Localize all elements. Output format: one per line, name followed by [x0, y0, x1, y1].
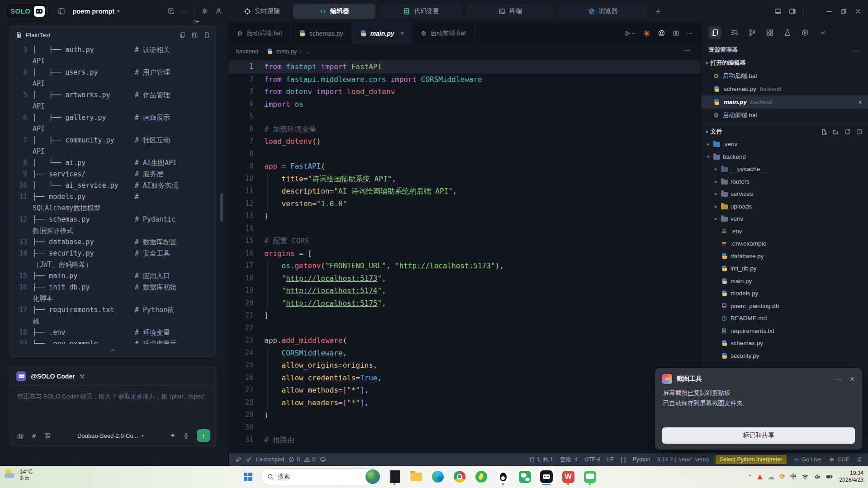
explorer-files-icon[interactable]: [708, 26, 721, 39]
code-line[interactable]: 28 allow_headers=["*"],: [229, 397, 701, 409]
code-line[interactable]: 19 "http://localhost:5174",: [229, 284, 701, 297]
code-line[interactable]: 26 allow_credentials=True,: [229, 372, 701, 384]
open-editor-item[interactable]: main.pybackend×: [701, 95, 868, 109]
code-line[interactable]: 10 title="诗词绘画辅助系统 API",: [229, 173, 701, 185]
restore-icon[interactable]: [840, 8, 847, 15]
scrollbar-thumb[interactable]: [220, 193, 223, 221]
code-line[interactable]: 6# 加载环境变量: [229, 123, 701, 136]
search-icon[interactable]: [730, 28, 739, 37]
open-editor-item[interactable]: schemas.pybackend: [701, 82, 868, 95]
file-tree-item-schemas.py[interactable]: schemas.py: [701, 337, 868, 350]
minimize-icon[interactable]: [825, 8, 833, 15]
close-icon[interactable]: ×: [401, 30, 404, 37]
chat-placeholder[interactable]: 您正在与 SOLO Coder 聊天，输入 '/' 获取更多能力，如 '/pla…: [10, 386, 216, 402]
breadcrumb-symbol[interactable]: ...: [305, 48, 310, 55]
file-tree-item-services[interactable]: ▸services: [701, 188, 868, 200]
code-line[interactable]: 5: [229, 110, 701, 123]
tools-icon[interactable]: ⚒: [80, 373, 85, 380]
code-line[interactable]: 22: [229, 322, 701, 335]
taskbar-app-chat[interactable]: [581, 468, 599, 486]
apply-to-file-icon[interactable]: [204, 32, 210, 38]
collapse-all-icon[interactable]: [856, 128, 863, 135]
tray-app-icon[interactable]: [757, 474, 763, 479]
more-actions-icon[interactable]: ⋯: [687, 30, 693, 37]
file-tree-item-README.md[interactable]: README.md: [701, 312, 868, 325]
file-tree-item-database.py[interactable]: database.py: [701, 250, 868, 263]
workspace-tab-代码变更[interactable]: 代码变更: [380, 4, 462, 19]
file-tree-item-backend[interactable]: ▾backend: [701, 151, 868, 163]
code-line[interactable]: 2from fastapi.middleware.cors import COR…: [229, 73, 701, 86]
status-item[interactable]: LF: [607, 456, 614, 463]
file-tree-item-uploads[interactable]: ▸uploads: [701, 200, 868, 213]
code-line[interactable]: 25 allow_origins=origins,: [229, 359, 701, 372]
taskbar-weather[interactable]: 14°C 多云: [5, 468, 33, 481]
workspace-tab-终端[interactable]: 终端: [467, 4, 554, 19]
file-tree-item-.env.example[interactable]: .env.example: [701, 237, 868, 250]
more-icon[interactable]: ⋯: [181, 8, 188, 14]
code-line[interactable]: 23app.add_middleware(: [229, 334, 701, 347]
error-count[interactable]: 0: [288, 456, 300, 463]
volume-muted-icon[interactable]: [814, 473, 821, 480]
clock[interactable]: 19:34 2026/4/23: [840, 470, 863, 483]
project-panel-icon[interactable]: [57, 7, 66, 15]
workspace-tab-实时跟随[interactable]: 实时跟随: [235, 4, 289, 19]
warning-count[interactable]: 0: [304, 456, 316, 463]
image-attach-icon[interactable]: [44, 432, 51, 439]
project-selector[interactable]: poem prompt ▾: [70, 7, 123, 15]
code-line[interactable]: 1from fastapi import FastAPI: [229, 61, 701, 73]
refresh-icon[interactable]: [844, 128, 851, 135]
taskbar-app-qq[interactable]: [494, 468, 512, 486]
file-tree-item-requirements.txt[interactable]: requirements.txt: [701, 325, 868, 337]
code-line[interactable]: 9app = FastAPI(: [229, 160, 701, 173]
battery-icon[interactable]: [826, 473, 833, 480]
file-tree-item-__pycache__[interactable]: ▸__pycache__: [701, 163, 868, 175]
editor-tab-启动前端.bat[interactable]: ⚙启动前端.bat: [413, 22, 474, 44]
code-line[interactable]: 12 version="1.0.0": [229, 198, 701, 210]
breadcrumb-file[interactable]: main.py: [276, 48, 297, 55]
open-editor-item[interactable]: ⚙启动前端.bat: [701, 109, 868, 122]
code-line[interactable]: 11 description="AI 诗词绘画辅助系统的后端 API",: [229, 185, 701, 198]
mic-icon[interactable]: [183, 432, 190, 439]
bell-icon[interactable]: [856, 456, 863, 463]
code-line[interactable]: 17 os.getenv("FRONTEND_URL", "http://loc…: [229, 260, 701, 272]
new-tab-icon[interactable]: [655, 8, 662, 15]
taskbar-app-explorer[interactable]: [407, 468, 425, 486]
code-line[interactable]: 21]: [229, 309, 701, 322]
status-item[interactable]: 3.14.2 ('.venv': venv): [657, 456, 709, 463]
code-line[interactable]: 31# 根路由: [229, 434, 701, 446]
mention-icon[interactable]: @: [17, 432, 24, 440]
context-icon[interactable]: #: [32, 432, 36, 440]
mark-and-share-button[interactable]: 标记和共享: [662, 427, 855, 444]
status-item[interactable]: 空格: 4: [560, 456, 578, 464]
file-tree-item-venv[interactable]: ▸venv: [701, 213, 868, 225]
wifi-icon[interactable]: [802, 473, 809, 480]
status-item[interactable]: UTF-8: [584, 456, 600, 463]
insert-panel-icon[interactable]: [191, 32, 198, 38]
file-tree-item-.venv[interactable]: ▸.venv: [701, 138, 868, 151]
file-tree-item-main.py[interactable]: main.py: [701, 275, 868, 288]
gear-icon[interactable]: [201, 7, 209, 15]
new-chat-icon[interactable]: [167, 7, 175, 15]
shrink-window-icon[interactable]: [811, 8, 818, 15]
rocket-icon[interactable]: [235, 456, 242, 463]
code-line[interactable]: 7load_dotenv(): [229, 135, 701, 148]
launchpad-label[interactable]: Launchpad: [256, 456, 284, 463]
code-line[interactable]: 30: [229, 422, 701, 434]
go-live-button[interactable]: Go Live: [793, 456, 821, 463]
run-debug-icon[interactable]: [801, 28, 809, 37]
taskbar-app-solo[interactable]: [537, 468, 555, 486]
split-editor-icon[interactable]: [673, 30, 679, 37]
files-header[interactable]: ▾ 文件: [701, 125, 868, 138]
input-method-indicator[interactable]: 中: [790, 473, 797, 481]
start-button[interactable]: [239, 468, 257, 486]
code-line[interactable]: 14: [229, 223, 701, 235]
openai-icon[interactable]: [658, 29, 665, 37]
more-views-icon[interactable]: [819, 28, 827, 37]
account-icon[interactable]: [215, 7, 223, 15]
editor-tab-schemas.py[interactable]: schemas.py: [291, 22, 352, 44]
code-line[interactable]: 8: [229, 148, 701, 161]
send-button[interactable]: ↑: [197, 429, 210, 442]
taskbar-app-notes[interactable]: [385, 468, 403, 486]
toggle-bottom-panel-icon[interactable]: [774, 8, 782, 15]
code-line[interactable]: 20 "http://localhost:5175",: [229, 297, 701, 310]
